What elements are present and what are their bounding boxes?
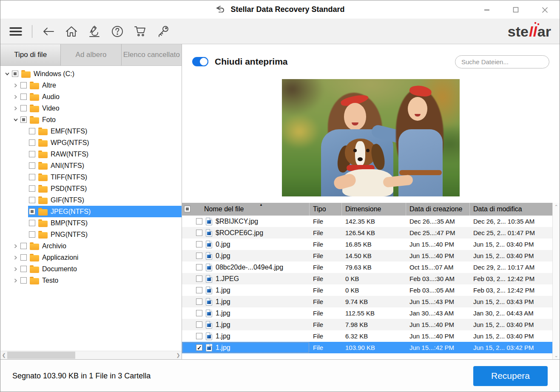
menu-icon[interactable] [9, 25, 23, 38]
row-checkbox[interactable] [196, 321, 202, 328]
tree-checkbox[interactable] [29, 208, 35, 215]
microscope-icon[interactable] [88, 25, 101, 38]
chevron-right-icon[interactable] [11, 95, 20, 99]
tree-item-wpg-ntfs-[interactable]: WPG(NTFS) [0, 137, 182, 148]
table-row[interactable]: $RBIJKCY.jpgFile142.35 KBDec 26...:35 AM… [182, 216, 552, 227]
column-header-created[interactable]: Data di creazione [406, 203, 470, 216]
preview-toggle[interactable] [192, 57, 208, 66]
tree-item-body[interactable]: TIFF(NTFS) [28, 171, 182, 183]
row-checkbox[interactable] [196, 276, 202, 282]
tree-checkbox[interactable] [29, 220, 35, 226]
cell-file-name[interactable]: 08bc20de-...049e4.jpg [182, 261, 310, 273]
table-row[interactable]: 1.jpgFile0 KBFeb 03...:05 AMFeb 03, 2...… [182, 284, 552, 296]
column-header-size[interactable]: Dimensione [342, 203, 406, 216]
tree-checkbox[interactable] [20, 116, 27, 123]
scroll-down-icon[interactable]: ⌄ [554, 352, 558, 358]
tree-item-video[interactable]: Video [0, 102, 182, 114]
cell-file-name[interactable]: 1.JPEG [182, 273, 310, 284]
row-checkbox[interactable] [196, 230, 202, 236]
tree-checkbox[interactable] [12, 71, 18, 77]
tree-item-bmp-ntfs-[interactable]: BMP(NTFS) [0, 217, 182, 229]
tree-item-body[interactable]: GIF(NTFS) [28, 194, 182, 206]
tree-checkbox[interactable] [29, 139, 35, 146]
tree-checkbox[interactable] [29, 128, 35, 134]
cell-file-name[interactable]: 1.jpg [182, 296, 310, 307]
table-row[interactable]: 1.jpgFile7.98 KBJun 15...:40 PMJun 15, 2… [182, 319, 552, 330]
tree-checkbox[interactable] [20, 82, 27, 88]
tree-item-raw-ntfs-[interactable]: RAW(NTFS) [0, 148, 182, 160]
cell-file-name[interactable]: 1.jpg [182, 284, 310, 296]
chevron-down-icon[interactable] [11, 118, 20, 122]
table-row[interactable]: 1.jpgFile9.74 KBJun 15...:43 PMJun 15, 2… [182, 296, 552, 307]
search-input[interactable] [461, 58, 546, 65]
column-header-modified[interactable]: Data di modifica [470, 203, 552, 216]
row-checkbox[interactable] [196, 333, 202, 339]
tree-item-png-ntfs-[interactable]: PNG(NTFS) [0, 229, 182, 240]
maximize-button[interactable] [509, 3, 523, 16]
tree-checkbox[interactable] [20, 277, 27, 284]
tree-item-body[interactable]: BMP(NTFS) [28, 217, 182, 229]
tree-item-gif-ntfs-[interactable]: GIF(NTFS) [0, 194, 182, 206]
table-row[interactable]: 1.jpgFile103.90 KBJun 15...:42 PMJun 15,… [182, 342, 552, 353]
tree-checkbox[interactable] [29, 231, 35, 238]
tree-item-body[interactable]: Archivio [20, 240, 182, 252]
tree-item-altre[interactable]: Altre [0, 80, 182, 91]
tree-checkbox[interactable] [29, 174, 35, 180]
tree-item-body[interactable]: Audio [20, 91, 182, 102]
minimize-button[interactable] [480, 3, 494, 16]
tree-item-applicazioni[interactable]: Applicazioni [0, 252, 182, 263]
tree-item-windows-c-[interactable]: Windows (C:) [0, 68, 182, 80]
tree-item-body[interactable]: PNG(NTFS) [28, 229, 182, 240]
column-header-name[interactable]: Nome del file ▲ [182, 203, 310, 216]
cell-file-name[interactable]: 0.jpg [182, 250, 310, 261]
table-row[interactable]: 1.JPEGFile0 KBFeb 03...:30 AMFeb 03, 2..… [182, 273, 552, 284]
row-checkbox[interactable] [196, 344, 202, 351]
select-all-checkbox[interactable] [184, 206, 190, 212]
tree-checkbox[interactable] [20, 243, 27, 249]
tab-tipo-di-file[interactable]: Tipo di file [0, 44, 61, 65]
tree-checkbox[interactable] [29, 162, 35, 169]
close-button[interactable] [537, 3, 552, 16]
home-icon[interactable] [65, 25, 78, 38]
tree-item-foto[interactable]: Foto [0, 114, 182, 125]
tree-checkbox[interactable] [29, 185, 35, 192]
chevron-right-icon[interactable] [11, 83, 20, 88]
chevron-right-icon[interactable] [11, 244, 20, 248]
scroll-left-icon[interactable]: ❮ [0, 351, 7, 359]
scroll-right-icon[interactable]: ❯ [175, 351, 182, 359]
row-checkbox[interactable] [196, 310, 202, 316]
chevron-right-icon[interactable] [11, 278, 20, 283]
tree-horizontal-scrollbar[interactable]: ❮ ❯ [0, 351, 182, 359]
search-box[interactable] [455, 55, 549, 68]
table-row[interactable]: 1.jpgFile112.55 KBJan 30...:43 AMJan 30,… [182, 307, 552, 319]
tree-item-body[interactable]: Testo [20, 275, 182, 286]
row-checkbox[interactable] [196, 287, 202, 293]
tree-item-body[interactable]: Altre [20, 80, 182, 91]
chevron-down-icon[interactable] [3, 72, 11, 76]
tree-item-body[interactable]: Windows (C:) [11, 68, 182, 80]
tree-checkbox[interactable] [20, 105, 27, 111]
tree-item-tiff-ntfs-[interactable]: TIFF(NTFS) [0, 171, 182, 183]
cell-file-name[interactable]: $RBIJKCY.jpg [182, 216, 310, 227]
row-checkbox[interactable] [196, 264, 202, 270]
table-row[interactable]: 0.jpgFile16.85 KBJun 15...:40 PMJun 15, … [182, 239, 552, 250]
tree-item-body[interactable]: Applicazioni [20, 252, 182, 263]
cell-file-name[interactable]: 1.jpg [182, 319, 310, 330]
tree-item-body[interactable]: ANI(NTFS) [28, 160, 182, 171]
cell-file-name[interactable]: $ROCPE6C.jpg [182, 227, 310, 239]
tab-elenco-cancellato[interactable]: Elenco cancellato [122, 44, 182, 65]
tree-checkbox[interactable] [20, 94, 27, 100]
cell-file-name[interactable]: 1.jpg [182, 342, 310, 353]
table-vertical-scrollbar[interactable]: ⌃ ⌄ [552, 203, 560, 359]
tree-item-jpeg-ntfs-[interactable]: JPEG(NTFS) [0, 206, 182, 217]
tab-ad-albero[interactable]: Ad albero [61, 44, 121, 65]
row-checkbox[interactable] [196, 253, 202, 259]
key-icon[interactable] [156, 25, 170, 38]
tree-item-body[interactable]: RAW(NTFS) [28, 148, 182, 160]
chevron-right-icon[interactable] [11, 267, 20, 271]
cell-file-name[interactable]: 1.jpg [182, 307, 310, 319]
tree-item-documento[interactable]: Documento [0, 263, 182, 275]
cart-icon[interactable] [134, 25, 147, 38]
cell-file-name[interactable]: 1.jpg [182, 330, 310, 342]
scroll-up-icon[interactable]: ⌃ [554, 204, 558, 210]
